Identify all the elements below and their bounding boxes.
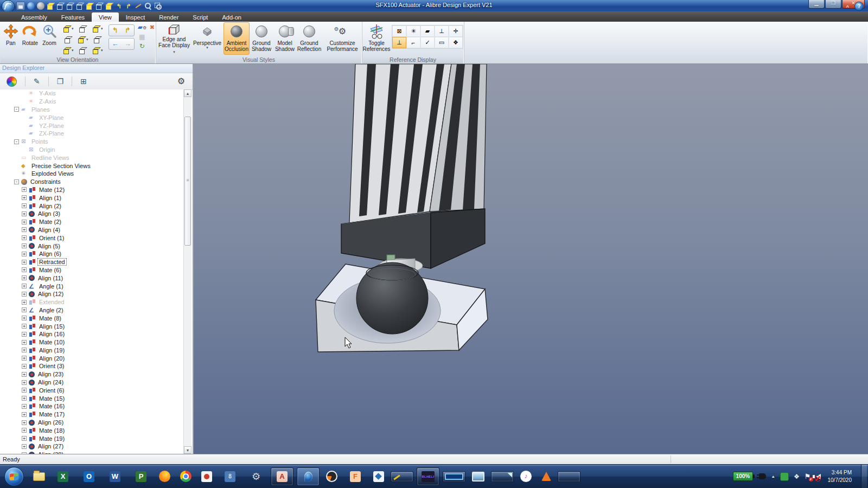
ribbon-tab[interactable]: Script: [186, 12, 215, 22]
taskbar-itunes-button[interactable]: ♪: [520, 471, 532, 482]
taskbar-vlc-button[interactable]: [541, 472, 551, 481]
tray-clock[interactable]: 3:44 PM 10/7/2020: [828, 469, 852, 484]
tree-item[interactable]: + Align (4): [0, 226, 184, 234]
tree-expander[interactable]: +: [22, 388, 27, 393]
tree-item[interactable]: XY-Plane: [0, 113, 184, 121]
tree-item[interactable]: ZX-Plane: [0, 130, 184, 138]
taskbar-image-viewer-button[interactable]: [491, 471, 514, 482]
taskbar-firefox-button[interactable]: [159, 471, 170, 482]
tree-expander[interactable]: +: [22, 412, 27, 417]
view-back-icon[interactable]: [56, 2, 64, 10]
zoom-window-icon[interactable]: [154, 2, 162, 10]
taskbar-blue-tool-button[interactable]: [373, 471, 384, 482]
tree-expander[interactable]: +: [22, 203, 27, 208]
measure-icon[interactable]: [135, 2, 142, 10]
comment-icon[interactable]: ❐: [57, 77, 64, 86]
tree-expander[interactable]: +: [22, 243, 27, 248]
taskbar-outlook-button[interactable]: O: [81, 467, 97, 486]
tree-scrollbar[interactable]: ▲ ▼: [183, 89, 192, 454]
tree-expander[interactable]: -: [14, 107, 19, 112]
viewport-3d[interactable]: [194, 64, 868, 454]
tree-item[interactable]: + Align (5): [0, 242, 184, 250]
taskbar-explorer-button[interactable]: [33, 472, 45, 481]
taskbar-settings-button[interactable]: ⚙: [248, 467, 264, 486]
standard-view-button[interactable]: ▾: [91, 45, 105, 56]
tree-item[interactable]: - Constraints: [0, 178, 184, 186]
tree-item[interactable]: + Align (16): [0, 330, 184, 338]
scroll-up-arrow-icon[interactable]: ▲: [184, 89, 192, 97]
tree-expander[interactable]: +: [22, 211, 27, 216]
tray-green-app-icon[interactable]: [780, 472, 789, 481]
show-desktop-button[interactable]: [861, 465, 867, 488]
maximize-button[interactable]: ❐: [825, 0, 841, 9]
ribbon-tab[interactable]: View: [92, 12, 119, 22]
tree-structure-icon[interactable]: ⊞: [80, 77, 87, 86]
volume-muted-icon[interactable]: [816, 474, 821, 479]
action-center-flag-icon[interactable]: ⚑: [805, 473, 811, 480]
model-shadow-button[interactable]: Model Shadow: [273, 22, 296, 55]
part-axes-toggle-icon[interactable]: ⌐: [406, 37, 420, 48]
battery-indicator[interactable]: 100%: [733, 472, 754, 481]
perspective-button[interactable]: Perspective ▾: [191, 22, 224, 55]
previous-view-button[interactable]: ←: [109, 38, 122, 49]
ribbon-tab[interactable]: Inspect: [119, 12, 152, 22]
taskbar-photos-button[interactable]: [472, 472, 484, 481]
edge-face-display-button[interactable]: Edge and Face Display ▾: [157, 22, 191, 55]
tree-expander[interactable]: +: [22, 380, 27, 385]
tree-item[interactable]: + Orient (6): [0, 386, 184, 394]
tree-expander[interactable]: +: [22, 307, 27, 312]
pan-button[interactable]: Pan: [1, 22, 21, 55]
part-planes-toggle-icon[interactable]: ✓: [420, 37, 435, 48]
tree-item[interactable]: Exploded Views: [0, 170, 184, 178]
tree-item[interactable]: + Mate (18): [0, 426, 184, 434]
dropbox-tray-icon[interactable]: ❖: [794, 473, 800, 480]
tree-item[interactable]: + Mate (17): [0, 410, 184, 419]
ground-reflection-button[interactable]: Ground Reflection: [296, 22, 322, 55]
tree-expander[interactable]: +: [22, 324, 27, 329]
tree-item[interactable]: Y-Axis: [0, 89, 184, 98]
view-top-icon[interactable]: [86, 2, 93, 10]
tree-expander[interactable]: +: [22, 444, 27, 449]
part-points-toggle-icon[interactable]: ⊥: [392, 37, 406, 48]
tree-item[interactable]: + Mate (19): [0, 434, 184, 442]
taskbar-windows-app-button[interactable]: [443, 471, 465, 482]
tree-expander[interactable]: +: [22, 428, 27, 433]
tree-item[interactable]: Redline Views: [0, 153, 184, 162]
camera-reset-icon[interactable]: ✖: [150, 24, 155, 31]
viewport-background[interactable]: [194, 64, 868, 454]
tree-item[interactable]: + Align (23): [0, 370, 184, 378]
tree-item[interactable]: + Align (6): [0, 250, 184, 258]
standard-view-button[interactable]: [76, 23, 91, 34]
tree-expander[interactable]: +: [22, 420, 27, 425]
tree-expander[interactable]: +: [22, 220, 27, 224]
standard-view-button[interactable]: ▾: [61, 45, 76, 56]
ground-shadow-button[interactable]: Ground Shadow: [250, 22, 273, 55]
tree-item[interactable]: + Orient (1): [0, 234, 184, 242]
minimize-button[interactable]: ▁: [808, 0, 825, 9]
tree-expander[interactable]: +: [22, 356, 27, 361]
tree-expander[interactable]: +: [22, 267, 27, 272]
assembly-planes-toggle-icon[interactable]: ▰: [420, 25, 435, 37]
tree-item[interactable]: Origin: [0, 146, 184, 154]
color-wheel-icon[interactable]: [7, 76, 17, 87]
tree-item[interactable]: + Extended: [0, 298, 184, 306]
save-icon[interactable]: [16, 2, 25, 10]
tree-expander[interactable]: +: [22, 364, 27, 369]
tree-expander[interactable]: +: [22, 195, 27, 200]
next-view-button[interactable]: →: [122, 38, 134, 49]
tree-item[interactable]: + Align (11): [0, 274, 184, 282]
tree-expander[interactable]: +: [22, 348, 27, 352]
tree-item[interactable]: Z-Axis: [0, 98, 184, 106]
taskbar-f-app-button[interactable]: F: [347, 467, 363, 486]
rotate-view-ccw-button[interactable]: ↰: [109, 25, 122, 36]
rotate-button[interactable]: Rotate: [21, 22, 40, 55]
assembly-points-toggle-icon[interactable]: ⊠: [392, 25, 406, 37]
tree-expander[interactable]: +: [22, 292, 27, 297]
view-bottom-icon[interactable]: [95, 2, 103, 10]
tree-item[interactable]: + Mate (8): [0, 314, 184, 322]
taskbar-alibre-button[interactable]: [297, 467, 320, 486]
tree-item[interactable]: - Points: [0, 138, 184, 146]
tree-expander[interactable]: -: [14, 179, 19, 184]
tree-item[interactable]: + Mate (12): [0, 186, 184, 194]
tree-item[interactable]: + Align (3): [0, 210, 184, 218]
